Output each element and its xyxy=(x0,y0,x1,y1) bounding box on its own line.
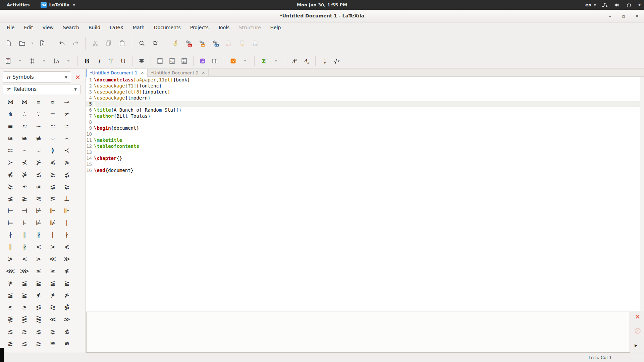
code-line-9[interactable]: 9\begin{document} xyxy=(86,125,640,131)
symbol-button[interactable]: ≦ xyxy=(46,277,60,289)
code-line-1[interactable]: 1\documentclass[a4paper,11pt]{book} xyxy=(86,77,640,83)
tab-close-icon[interactable]: ✕ xyxy=(141,71,144,75)
maximize-button[interactable]: ▫ xyxy=(619,12,628,20)
list-itemize-button[interactable] xyxy=(154,55,166,67)
code-line-15[interactable]: 15 xyxy=(86,161,640,167)
list-enumerate-button[interactable]: 1.2.3. xyxy=(166,55,178,67)
symbol-button[interactable]: ⋦ xyxy=(46,180,60,192)
side-panel-close-button[interactable]: ✕ xyxy=(73,73,83,82)
symbol-button[interactable]: ⊩ xyxy=(46,204,60,217)
symbol-button[interactable]: ≿ xyxy=(46,168,60,180)
symbol-button[interactable]: ⋍ xyxy=(60,120,74,132)
symbol-button[interactable]: ⌣ xyxy=(46,132,60,144)
symbol-button[interactable]: ⋈ xyxy=(3,96,17,108)
new-document-button[interactable] xyxy=(2,36,15,51)
symbol-button[interactable]: ≧ xyxy=(60,277,74,289)
menu-tools[interactable]: Tools xyxy=(213,23,234,32)
code-line-10[interactable]: 10 xyxy=(86,131,640,137)
code-line-7[interactable]: 7\author{Bill Toulas} xyxy=(86,113,640,119)
symbol-button[interactable]: ≪ xyxy=(46,313,60,325)
symbol-button[interactable]: ⊨ xyxy=(3,217,17,229)
chevron-down-icon[interactable]: ▼ xyxy=(638,3,641,7)
editor-scrollbar[interactable] xyxy=(640,77,644,311)
symbol-button[interactable]: ⋙ xyxy=(17,265,32,277)
symbol-button[interactable]: ≴ xyxy=(60,325,74,337)
clean-build-files-button[interactable] xyxy=(168,36,182,51)
symbol-button[interactable]: ⋈ xyxy=(17,96,32,108)
menu-search[interactable]: Search xyxy=(58,23,84,32)
center-environment-button[interactable] xyxy=(136,55,148,67)
symbol-button[interactable]: ⋡ xyxy=(17,168,32,180)
menu-help[interactable]: Help xyxy=(266,23,286,32)
open-recent-dropdown[interactable] xyxy=(29,36,36,51)
open-document-button[interactable] xyxy=(15,36,29,51)
character-size-button[interactable]: A xyxy=(50,55,62,67)
insert-table-button[interactable] xyxy=(209,55,221,67)
volume-icon[interactable] xyxy=(613,2,620,8)
symbol-button[interactable]: ≱ xyxy=(46,289,60,301)
symbol-button[interactable]: ≉ xyxy=(32,180,46,192)
square-root-button[interactable]: x xyxy=(331,55,343,67)
menu-edit[interactable]: Edit xyxy=(19,23,38,32)
symbol-button[interactable]: ≯ xyxy=(3,253,17,265)
math-environments-dropdown[interactable] xyxy=(239,55,251,67)
code-line-2[interactable]: 2\usepackage[T1]{fontenc} xyxy=(86,83,640,89)
character-size-dropdown[interactable] xyxy=(62,55,74,67)
symbol-button[interactable]: ⋚ xyxy=(17,313,32,325)
underline-button[interactable]: U xyxy=(117,55,129,67)
symbol-button[interactable]: ⊪ xyxy=(60,204,74,217)
expand-panel-button[interactable]: ▶ xyxy=(635,343,637,348)
symbol-button[interactable]: ∝ xyxy=(46,96,60,108)
code-line-16[interactable]: 16\end{document} xyxy=(86,167,640,173)
symbol-button[interactable]: ≤ xyxy=(3,301,17,313)
symbol-button[interactable]: ≩ xyxy=(32,277,46,289)
symbol-button[interactable]: ⌣ xyxy=(32,144,46,156)
compile-pdf-button[interactable]: PDF xyxy=(182,36,195,51)
symbol-button[interactable]: ≶ xyxy=(32,301,46,313)
paste-button[interactable] xyxy=(115,36,129,51)
symbol-button[interactable]: ∴ xyxy=(17,108,32,120)
menu-documents[interactable]: Documents xyxy=(149,23,185,32)
symbol-button[interactable]: ≯ xyxy=(60,289,74,301)
close-button[interactable]: ✕ xyxy=(633,12,641,20)
subscript-button[interactable]: As xyxy=(300,55,312,67)
symbol-button[interactable]: ≡ xyxy=(3,120,17,132)
sectioning-button[interactable] xyxy=(2,55,14,67)
symbol-button[interactable]: ≫ xyxy=(60,253,74,265)
symbol-button[interactable]: ⋗ xyxy=(32,253,46,265)
tab-close-icon[interactable]: ✕ xyxy=(202,71,205,75)
menu-file[interactable]: File xyxy=(2,23,19,32)
menu-latex[interactable]: LaTeX xyxy=(105,23,128,32)
symbol-button[interactable]: ∥ xyxy=(3,241,17,253)
symbol-button[interactable]: = xyxy=(46,108,60,120)
code-line-13[interactable]: 13 xyxy=(86,149,640,155)
symbol-button[interactable]: ≤ xyxy=(32,265,46,277)
symbol-button[interactable]: ∤ xyxy=(60,229,74,241)
symbol-button[interactable]: ≼ xyxy=(46,156,60,168)
italic-button[interactable]: I xyxy=(93,55,105,67)
side-panel-selector[interactable]: π Symbols ▼ xyxy=(3,71,71,83)
symbol-button[interactable]: ≽ xyxy=(60,156,74,168)
symbol-button[interactable]: ⊸ xyxy=(60,96,74,108)
symbol-button[interactable]: ≴ xyxy=(3,192,17,204)
symbol-button[interactable]: ⊁ xyxy=(32,156,46,168)
symbol-button[interactable]: ≁ xyxy=(17,180,32,192)
symbol-button[interactable]: ≲ xyxy=(17,337,32,349)
clock[interactable]: Mon Jan 30, 1:55 PM xyxy=(0,2,644,7)
math-functions-button[interactable]: Σ xyxy=(258,55,270,67)
symbol-button[interactable]: ≅ xyxy=(17,132,32,144)
code-line-6[interactable]: 6\title{A Bunch of Random Stuff} xyxy=(86,107,640,113)
symbol-button[interactable]: < xyxy=(32,241,46,253)
symbol-button[interactable]: ∥ xyxy=(17,229,32,241)
symbol-button[interactable]: ∝ xyxy=(32,96,46,108)
symbol-button[interactable]: ≱ xyxy=(3,277,17,289)
symbol-button[interactable]: ⋠ xyxy=(3,168,17,180)
symbol-button[interactable]: ≃ xyxy=(46,120,60,132)
symbol-button[interactable]: ∣ xyxy=(46,229,60,241)
symbol-button[interactable]: ≷ xyxy=(46,301,60,313)
symbol-button[interactable]: ⋜ xyxy=(32,192,46,204)
symbol-button[interactable]: > xyxy=(46,241,60,253)
fraction-button[interactable]: xy xyxy=(319,55,331,67)
line-spacing-button[interactable] xyxy=(26,55,38,67)
save-document-button[interactable] xyxy=(36,36,49,51)
